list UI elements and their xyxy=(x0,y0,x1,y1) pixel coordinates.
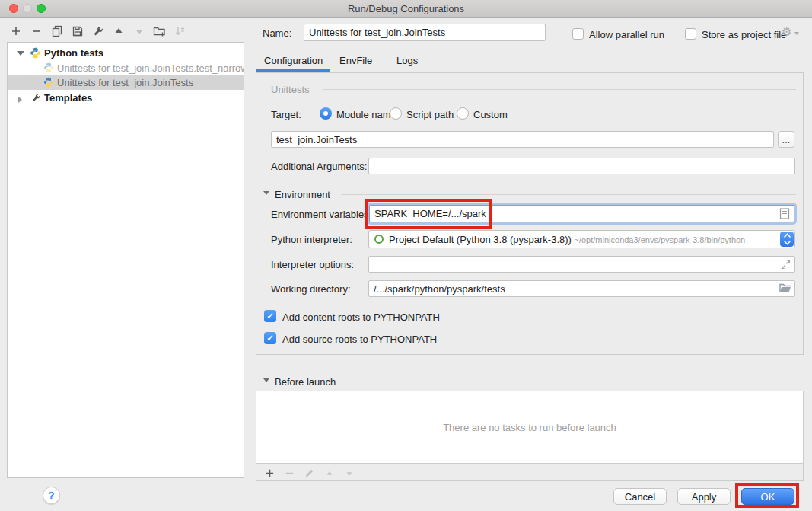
python-interpreter-path: ~/opt/miniconda3/envs/pyspark-3.8/bin/py… xyxy=(575,235,746,244)
arrow-down-icon xyxy=(344,468,355,479)
save-configuration-button[interactable] xyxy=(71,25,84,38)
add-source-roots-checkbox[interactable] xyxy=(264,332,276,344)
target-custom-radio[interactable] xyxy=(457,107,469,120)
tree-item-test-narrow[interactable]: Unittests for test_join.JoinTests.test_n… xyxy=(8,60,244,75)
tree-item-label: Unittests for test_join.JoinTests xyxy=(57,77,193,88)
dropdown-stepper-icon[interactable] xyxy=(780,232,794,247)
tree-item-python-tests[interactable]: Python tests xyxy=(8,45,244,60)
environment-variables-label: Environment variables: xyxy=(271,209,371,220)
expand-field-icon[interactable] xyxy=(781,259,791,273)
remove-task-button[interactable] xyxy=(283,467,296,480)
collapse-arrow-icon[interactable] xyxy=(17,51,24,56)
cancel-button[interactable]: Cancel xyxy=(613,488,667,505)
python-tests-icon xyxy=(30,47,41,61)
target-script-path-radio[interactable] xyxy=(390,107,402,120)
move-up-button[interactable] xyxy=(112,25,125,38)
module-name-input[interactable] xyxy=(271,131,774,148)
folder-icon[interactable] xyxy=(779,283,791,296)
python-interpreter-label: Python interpreter: xyxy=(271,234,352,245)
move-task-up-button[interactable] xyxy=(323,467,336,480)
sort-configurations-button[interactable] xyxy=(174,25,186,38)
target-custom-label: Custom xyxy=(473,109,508,120)
arrow-up-icon xyxy=(324,468,335,479)
name-input[interactable] xyxy=(304,24,546,41)
before-launch-panel: There are no tasks to run before launch xyxy=(256,391,804,481)
target-label: Target: xyxy=(271,109,301,120)
python-interpreter-value: Project Default (Python 3.8 (pyspark-3.8… xyxy=(389,234,572,245)
additional-arguments-label: Additional Arguments: xyxy=(271,161,367,172)
edit-templates-button[interactable] xyxy=(91,25,104,38)
additional-arguments-input[interactable] xyxy=(368,158,795,174)
add-content-roots-checkbox[interactable] xyxy=(264,310,276,322)
tree-item-label: Unittests for test_join.JoinTests.test_n… xyxy=(57,62,244,74)
edit-task-button[interactable] xyxy=(303,467,316,480)
environment-section-line xyxy=(341,194,796,195)
target-script-path-label: Script path xyxy=(406,109,454,120)
python-test-icon xyxy=(43,77,54,90)
environment-section-label: Environment xyxy=(275,189,330,200)
interpreter-options-label: Interpreter options: xyxy=(271,259,354,270)
tree-item-label: Templates xyxy=(44,92,92,104)
environment-collapse-icon[interactable] xyxy=(263,191,269,195)
conda-icon xyxy=(374,235,384,244)
before-launch-empty-state: There are no tasks to run before launch xyxy=(256,391,803,464)
before-launch-toolbar xyxy=(263,467,355,480)
env-vars-annotation-box xyxy=(365,199,492,229)
tab-envfile[interactable]: EnvFile xyxy=(339,55,372,66)
window-title: Run/Debug Configurations xyxy=(0,3,812,14)
templates-wrench-icon xyxy=(31,93,41,105)
pencil-icon xyxy=(304,468,315,479)
move-task-down-button[interactable] xyxy=(342,467,355,480)
target-module-name-label: Module name xyxy=(336,109,396,120)
move-down-button[interactable] xyxy=(132,25,145,38)
add-configuration-button[interactable] xyxy=(9,25,22,38)
configurations-tree: Python tests Unittests for test_join.Joi… xyxy=(7,42,244,478)
save-icon xyxy=(72,25,84,37)
gear-dropdown-arrow-icon[interactable] xyxy=(794,32,799,35)
env-vars-browse-icon[interactable] xyxy=(779,208,790,222)
ok-annotation-box xyxy=(735,483,799,508)
add-task-button[interactable] xyxy=(263,467,276,480)
plus-icon xyxy=(10,25,22,37)
configurations-toolbar xyxy=(9,24,186,39)
add-source-roots-label: Add source roots to PYTHONPATH xyxy=(282,334,437,345)
apply-button[interactable]: Apply xyxy=(677,488,731,505)
minus-icon xyxy=(30,25,43,37)
help-button[interactable]: ? xyxy=(43,487,60,504)
title-bar: Run/Debug Configurations xyxy=(0,0,812,18)
copy-configuration-button[interactable] xyxy=(50,25,63,38)
before-launch-section-label: Before launch xyxy=(275,376,336,388)
browse-module-button[interactable]: ... xyxy=(778,131,794,148)
tab-logs[interactable]: Logs xyxy=(396,55,418,66)
new-folder-icon xyxy=(153,25,166,37)
wrench-icon xyxy=(92,25,104,37)
allow-parallel-run-checkbox[interactable] xyxy=(572,28,584,40)
active-tab-underline xyxy=(256,69,330,72)
before-launch-section-line xyxy=(341,382,796,382)
arrow-down-icon xyxy=(133,25,145,37)
python-interpreter-select[interactable]: Project Default (Python 3.8 (pyspark-3.8… xyxy=(368,230,795,248)
copy-icon xyxy=(51,25,63,37)
arrow-up-icon xyxy=(113,25,125,37)
working-directory-input[interactable] xyxy=(368,280,795,297)
remove-configuration-button[interactable] xyxy=(30,25,43,38)
add-content-roots-label: Add content roots to PYTHONPATH xyxy=(282,311,440,323)
target-module-name-radio[interactable] xyxy=(320,107,332,120)
unittests-section-label: Unittests xyxy=(271,84,310,95)
sort-alpha-icon xyxy=(174,25,186,37)
store-as-project-file-label: Store as project file xyxy=(702,29,786,40)
gear-icon[interactable]: ⚙ xyxy=(782,25,791,39)
create-folder-button[interactable] xyxy=(153,25,166,38)
plus-icon xyxy=(264,468,275,479)
working-directory-label: Working directory: xyxy=(271,283,351,295)
tab-configuration[interactable]: Configuration xyxy=(264,55,323,66)
before-launch-collapse-icon[interactable] xyxy=(263,378,269,382)
store-as-project-file-checkbox[interactable] xyxy=(685,28,696,40)
interpreter-options-input[interactable] xyxy=(368,256,795,273)
tree-item-templates[interactable]: Templates xyxy=(8,90,244,105)
tree-item-jointests-selected[interactable]: Unittests for test_join.JoinTests xyxy=(8,75,244,90)
minus-icon xyxy=(284,468,295,479)
expand-arrow-icon[interactable] xyxy=(18,96,22,104)
name-label: Name: xyxy=(263,27,291,39)
python-test-icon xyxy=(43,62,54,75)
